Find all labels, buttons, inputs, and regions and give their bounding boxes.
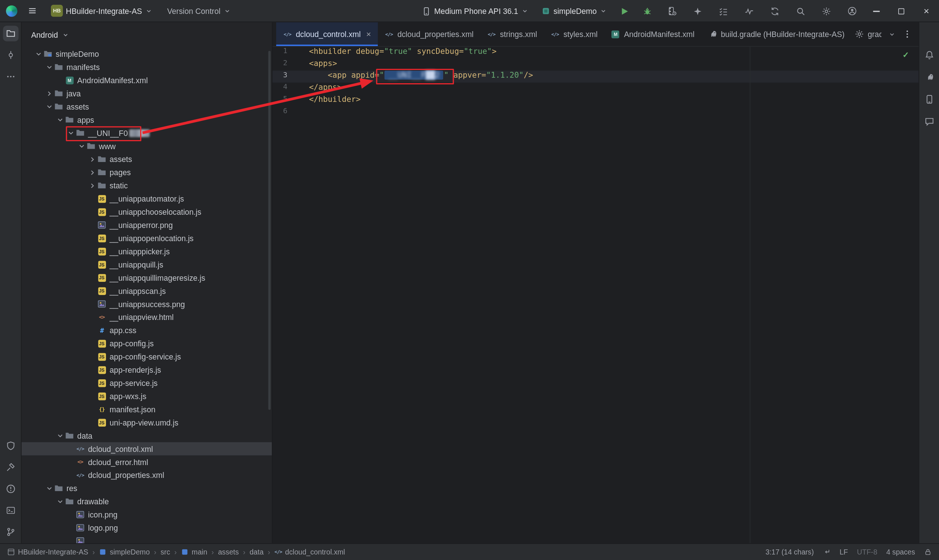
chevron-down-icon[interactable] <box>66 128 76 137</box>
problems-tool-button[interactable] <box>3 481 18 497</box>
git-branch-tool-button[interactable] <box>3 524 18 540</box>
settings-button[interactable] <box>819 3 834 19</box>
breadcrumb-item[interactable]: simpleDemo <box>99 548 150 556</box>
editor-tab[interactable]: </>styles.xml <box>544 22 604 46</box>
terminal-tool-button[interactable] <box>3 503 18 518</box>
editor-tab[interactable]: MAndroidManifest.xml <box>604 22 701 46</box>
profiler-button[interactable] <box>741 3 757 19</box>
account-button[interactable] <box>844 3 860 19</box>
chevron-down-icon[interactable] <box>45 102 54 111</box>
debug-button[interactable] <box>640 3 655 19</box>
tree-row[interactable]: manifests <box>22 60 272 74</box>
line-separator-icon[interactable] <box>823 548 830 556</box>
breadcrumb-item[interactable]: assets <box>218 548 239 556</box>
tree-row[interactable]: JS__uniappopenlocation.js <box>22 232 272 245</box>
tab-options-button[interactable] <box>902 29 913 39</box>
breadcrumb-item[interactable]: main <box>181 548 207 556</box>
file-encoding[interactable]: UTF-8 <box>857 548 877 556</box>
chevron-down-icon[interactable] <box>45 483 54 493</box>
tree-row[interactable]: JS__uniappscan.js <box>22 285 272 298</box>
tree-row[interactable]: apps <box>22 113 272 126</box>
chevron-right-icon[interactable] <box>87 168 97 177</box>
tree-row[interactable]: __uniapperror.png <box>22 218 272 232</box>
project-selector[interactable]: HB HBuilder-Integrate-AS <box>48 5 155 17</box>
inspections-status-icon[interactable]: ✓ <box>903 50 909 59</box>
search-button[interactable] <box>793 3 808 19</box>
tree-row[interactable]: JSapp-renderjs.js <box>22 363 272 376</box>
tree-row[interactable]: JS__uniappautomator.js <box>22 192 272 205</box>
tree-row[interactable]: </>dcloud_control.xml <box>22 442 272 455</box>
editor-tab[interactable]: </>strings.xml <box>480 22 544 46</box>
tree-row[interactable]: __UNI__F0 <box>22 126 272 139</box>
tree-row[interactable]: JS__uniapppicker.js <box>22 245 272 258</box>
tree-row[interactable]: assets <box>22 152 272 166</box>
editor-tab[interactable]: </>dcloud_control.xml× <box>276 22 378 46</box>
tree-row[interactable] <box>22 534 272 543</box>
commit-tool-button[interactable] <box>3 47 18 63</box>
task-list-button[interactable] <box>715 3 731 19</box>
line-number[interactable]: 5 <box>273 95 309 107</box>
line-number[interactable]: 4 <box>273 83 309 95</box>
tree-row[interactable]: JSapp-config.js <box>22 337 272 350</box>
hidden-tabs-button[interactable] <box>886 29 897 39</box>
line-separator[interactable]: LF <box>840 548 848 556</box>
breadcrumb-item[interactable]: data <box>250 548 264 556</box>
chevron-down-icon[interactable] <box>55 431 65 440</box>
line-number[interactable]: 1 <box>273 46 309 58</box>
run-button[interactable] <box>617 3 632 19</box>
chevron-right-icon[interactable] <box>87 181 97 190</box>
vcs-widget[interactable]: Version Control <box>165 6 234 15</box>
editor-tab[interactable]: </>dcloud_properties.xml <box>378 22 480 46</box>
shield-tool-button[interactable] <box>3 438 18 453</box>
tree-row[interactable]: #app.css <box>22 324 272 337</box>
tree-row[interactable]: <>dcloud_error.html <box>22 455 272 468</box>
main-menu-button[interactable] <box>25 3 40 18</box>
more-horizontal-tool-button[interactable] <box>3 69 18 84</box>
indent-style[interactable]: 4 spaces <box>886 548 915 556</box>
tree-row[interactable]: JSuni-app-view.umd.js <box>22 416 272 429</box>
breadcrumb-item[interactable]: src <box>161 548 170 556</box>
tree-row[interactable]: icon.png <box>22 508 272 521</box>
chevron-down-icon[interactable] <box>33 49 43 58</box>
tree-row[interactable]: pages <box>22 166 272 179</box>
close-button[interactable]: × <box>914 0 939 22</box>
build-tool-button[interactable] <box>3 460 18 475</box>
project-view-selector[interactable]: Android <box>22 22 272 47</box>
project-tool-button[interactable] <box>3 26 18 41</box>
tree-row[interactable]: {}manifest.json <box>22 403 272 416</box>
tree-row[interactable]: __uniappsuccess.png <box>22 297 272 311</box>
notifications-tool-button[interactable] <box>921 47 937 63</box>
tree-row[interactable]: JSapp-service.js <box>22 376 272 389</box>
breadcrumb-item[interactable]: </>dcloud_control.xml <box>274 548 345 556</box>
device-selector[interactable]: Medium Phone API 36.1 <box>419 6 532 16</box>
tree-row[interactable]: <>__uniappview.html <box>22 311 272 324</box>
line-number[interactable]: 6 <box>273 107 309 119</box>
tree-row[interactable]: JS__uniappquillimageresize.js <box>22 271 272 285</box>
gradle-tool-button[interactable] <box>921 69 937 85</box>
assistant-tool-button[interactable] <box>921 114 937 129</box>
chevron-down-icon[interactable] <box>55 497 65 506</box>
editor-tab[interactable]: build.gradle (HBuilder-Integrate-AS) <box>701 22 848 46</box>
code-editor[interactable]: 1<hbuilder debug="true" syncDebug="true"… <box>273 46 919 543</box>
tree-row[interactable]: simpleDemo <box>22 47 272 60</box>
minimize-button[interactable] <box>863 0 889 22</box>
tree-row[interactable]: JS__uniappchooselocation.js <box>22 205 272 218</box>
tree-row[interactable]: logo.png <box>22 521 272 534</box>
tree-row[interactable]: MAndroidManifest.xml <box>22 74 272 87</box>
chevron-down-icon[interactable] <box>55 115 65 124</box>
breadcrumb-item[interactable]: HBuilder-Integrate-AS <box>7 548 88 556</box>
caret-position[interactable]: 3:17 (14 chars) <box>765 548 814 556</box>
chevron-down-icon[interactable] <box>45 62 54 72</box>
tree-row[interactable]: JSapp-config-service.js <box>22 350 272 363</box>
chevron-right-icon[interactable] <box>45 89 54 98</box>
sync-button[interactable] <box>767 3 782 19</box>
editor-tab[interactable]: grad <box>848 29 881 39</box>
tree-row[interactable]: assets <box>22 100 272 113</box>
ai-sparkle-button[interactable] <box>690 3 705 19</box>
run-config-selector[interactable]: simpleDemo <box>538 6 610 16</box>
running-devices-tool-button[interactable] <box>921 92 937 107</box>
line-number[interactable]: 3 <box>273 71 309 83</box>
tree-row[interactable]: data <box>22 429 272 442</box>
maximize-button[interactable] <box>889 0 914 22</box>
tree-row[interactable]: </>dcloud_properties.xml <box>22 468 272 482</box>
